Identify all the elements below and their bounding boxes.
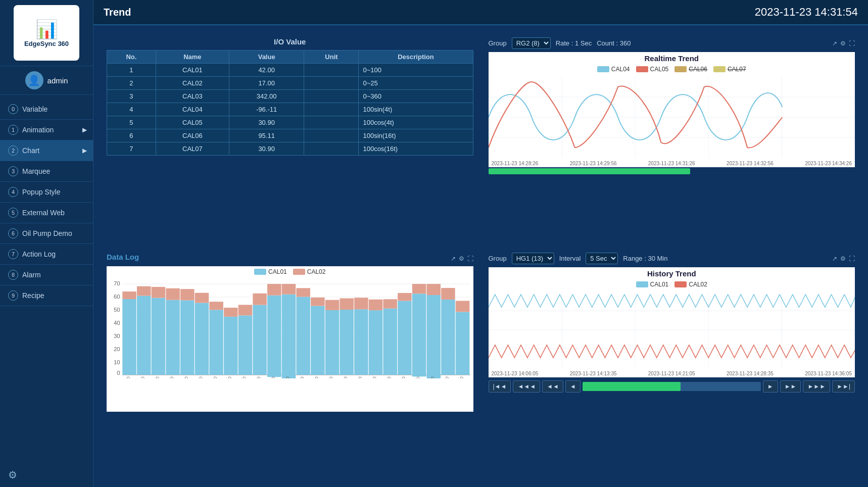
hist-legend-color-CAL01 (636, 281, 648, 287)
pb-prev-fast[interactable]: ◄◄◄ (513, 380, 540, 393)
sidebar-item-popup-style[interactable]: 4 Popup Style (0, 182, 93, 203)
io-cell-value: 95.11 (229, 129, 304, 142)
legend-name-CAL06: CAL06 (689, 66, 707, 73)
io-table-body: 1CAL0142.000~1002CAL0217.000~253CAL03342… (107, 64, 473, 156)
pb-prev[interactable]: ◄◄ (542, 380, 563, 393)
table-row: 6CAL0695.11100sin(16t) (107, 129, 473, 142)
datalog-fullscreen-icon[interactable]: ⛶ (467, 255, 473, 262)
pb-next[interactable]: ►► (780, 380, 801, 393)
legend-item-CAL05: CAL05 (636, 66, 669, 73)
bar-cal01 (152, 298, 166, 375)
bar-cal02 (426, 284, 441, 295)
io-cell-name: CAL04 (156, 103, 229, 116)
realtime-timeline-bar (489, 168, 690, 174)
bar-cal01 (456, 312, 470, 375)
content-grid: I/O Value No.NameValueUnitDescription 1C… (93, 25, 868, 487)
datalog-panel-icons: ↗ ⚙ ⛶ (451, 255, 473, 262)
sidebar-item-marquee[interactable]: 3 Marquee (0, 161, 93, 182)
pb-progress-fill (583, 382, 681, 391)
sidebar-item-oil-pump-demo[interactable]: 6 Oil Pump Demo (0, 223, 93, 244)
x-label: 0:00 (121, 375, 131, 378)
hist-legend-item-CAL02: CAL02 (674, 281, 707, 288)
sidebar-item-chart[interactable]: 2 Chart ▶ (0, 140, 93, 161)
x-label: 16:00 (351, 375, 363, 378)
dl-legend-name: CAL01 (268, 268, 287, 275)
history-expand-icon[interactable]: ↗ (832, 255, 837, 262)
bar-cal01 (426, 295, 441, 378)
dl-legend-item-CAL01: CAL01 (254, 268, 287, 275)
group-label: Group (489, 39, 507, 47)
history-time-labels: 2023-11-23 14:06:052023-11-23 14:13:3520… (489, 370, 855, 377)
pb-last[interactable]: ►►| (832, 380, 855, 393)
sidebar-item-alarm[interactable]: 8 Alarm (0, 265, 93, 285)
datalog-expand-icon[interactable]: ↗ (451, 255, 456, 262)
x-label: 7:00 (222, 375, 232, 378)
history-svg (489, 292, 855, 368)
legend-color-CAL07 (713, 66, 726, 72)
sidebar-item-animation[interactable]: 1 Animation ▶ (0, 120, 93, 140)
history-group-select[interactable]: HG1 (13) (512, 253, 554, 264)
nav-label-popup-style: Popup Style (22, 188, 61, 196)
nav-label-recipe: Recipe (22, 291, 44, 300)
settings2-icon[interactable]: ⚙ (840, 40, 846, 47)
fullscreen-icon[interactable]: ⛶ (849, 40, 855, 47)
sidebar-item-action-log[interactable]: 7 Action Log (0, 244, 93, 265)
nav-arrow-animation: ▶ (82, 126, 87, 133)
io-cell-name: CAL07 (156, 142, 229, 156)
sidebar-item-recipe[interactable]: 9 Recipe (0, 285, 93, 306)
time-label: 2023-11-23 14:32:56 (727, 161, 774, 166)
pb-next-fast[interactable]: ►►► (803, 380, 830, 393)
io-cell-value: 42.00 (229, 64, 304, 77)
dl-legend-item-CAL02: CAL02 (293, 268, 326, 275)
sidebar-item-external-web[interactable]: 5 External Web (0, 203, 93, 223)
table-row: 5CAL0530.90100cos(4t) (107, 116, 473, 129)
hist-time-label: 2023-11-23 14:06:05 (492, 371, 539, 376)
sidebar-item-variable[interactable]: 0 Variable (0, 99, 93, 120)
nav-label-variable: Variable (22, 105, 47, 113)
hist-time-label: 2023-11-23 14:28:35 (727, 371, 774, 376)
bar-cal02 (282, 284, 296, 295)
history-fullscreen-icon[interactable]: ⛶ (849, 255, 855, 262)
nav-number-animation: 1 (8, 125, 18, 135)
pb-step-back[interactable]: ◄ (565, 380, 581, 393)
nav-number-variable: 0 (8, 104, 18, 114)
settings-icon[interactable]: ⚙ (0, 463, 93, 487)
x-label: 6:00 (208, 375, 218, 378)
x-label: 3:00 (165, 375, 175, 378)
datalog-settings-icon[interactable]: ⚙ (459, 255, 464, 262)
io-col-value: Value (229, 51, 304, 64)
history-settings-icon[interactable]: ⚙ (840, 255, 846, 262)
x-label: 5:00 (194, 375, 204, 378)
hist-time-label: 2023-11-23 14:36:05 (805, 371, 852, 376)
legend-color-CAL06 (674, 66, 687, 72)
history-legend: CAL01 CAL02 (489, 279, 855, 292)
header-time: 2023-11-23 14:31:54 (755, 6, 858, 19)
pb-first[interactable]: |◄◄ (489, 380, 511, 393)
io-cell-value: 30.90 (229, 142, 304, 156)
datalog-panel: Data Log ↗ ⚙ ⛶ CAL01 CAL02 70 60 50 (102, 248, 478, 480)
pb-step-forward[interactable]: ► (763, 380, 778, 393)
legend-color-CAL05 (636, 66, 648, 72)
bar-cal01 (224, 317, 238, 375)
group-select[interactable]: RG2 (8) (512, 37, 551, 49)
nav-list: 0 Variable 1 Animation ▶ 2 Chart ▶ 3 Mar… (0, 99, 93, 306)
hist-legend-name-CAL01: CAL01 (650, 281, 669, 288)
legend-item-CAL04: CAL04 (597, 66, 630, 73)
expand-icon[interactable]: ↗ (832, 40, 837, 47)
bar-cal01 (209, 310, 223, 375)
table-row: 2CAL0217.000~25 (107, 77, 473, 90)
bar-cal02 (195, 293, 209, 303)
bar-cal01 (180, 300, 195, 375)
table-row: 4CAL04-96.-11100sin(4t) (107, 103, 473, 116)
x-label: 8:00 (237, 375, 247, 378)
datalog-svg: 70 60 50 40 30 20 10 0 (110, 277, 470, 378)
io-cell-unit (304, 129, 359, 142)
svg-text:50: 50 (114, 307, 120, 313)
bar-cal02 (456, 301, 470, 312)
history-interval-select[interactable]: 5 Sec (586, 253, 618, 264)
bar-cal02 (311, 298, 325, 306)
bar-cal01 (441, 300, 455, 375)
realtime-panel-icons: ↗ ⚙ ⛶ (832, 40, 855, 47)
legend-item-CAL06: CAL06 (674, 66, 707, 73)
io-cell-no: 2 (107, 77, 156, 90)
